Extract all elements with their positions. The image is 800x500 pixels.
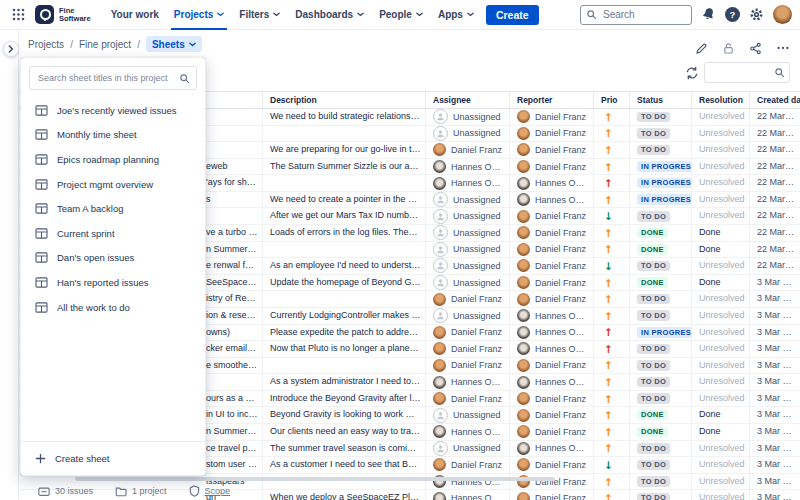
column-header-status[interactable]: Status xyxy=(629,92,691,108)
panel-spacer xyxy=(21,319,205,441)
assignee-avatar xyxy=(433,308,448,323)
create-button[interactable]: Create xyxy=(486,5,539,25)
breadcrumb-projects[interactable]: Projects xyxy=(28,39,64,50)
sheet-list-item[interactable]: Project mgmt overview xyxy=(21,172,205,197)
assignee-avatar xyxy=(433,458,446,471)
resolution-cell: Unresolved xyxy=(691,175,749,191)
assignee-cell: Unassigned xyxy=(425,208,509,224)
reporter-avatar xyxy=(517,226,530,239)
assignee-cell: Unassigned xyxy=(425,192,509,208)
sheet-search-input[interactable] xyxy=(29,66,197,90)
refresh-icon[interactable] xyxy=(685,66,699,80)
priority-arrow-icon: ↑ xyxy=(604,177,613,189)
resolution-cell: Unresolved xyxy=(691,474,749,490)
assignee-cell: Daniel Franz xyxy=(425,457,509,473)
app-logo[interactable]: Fine Software xyxy=(35,5,91,24)
sheet-list-item[interactable]: Joe's recently viewed issues xyxy=(21,98,205,123)
more-ellipsis-icon[interactable] xyxy=(776,41,790,55)
sheet-list-item[interactable]: Team A backlog xyxy=(21,196,205,221)
assignee-cell: Unassigned xyxy=(425,225,509,241)
reporter-cell: Daniel Franz xyxy=(509,159,593,175)
lock-icon[interactable] xyxy=(722,42,735,55)
reporter-cell: Daniel Franz xyxy=(509,407,593,423)
assignee-cell: Unassigned xyxy=(425,441,509,457)
created-cell: 3 Mar 2023 xyxy=(749,341,800,357)
nav-item-people[interactable]: People xyxy=(379,0,423,30)
description-cell: As a system administrator I need to revi… xyxy=(262,374,425,390)
priority-arrow-icon: ↑ xyxy=(604,426,613,438)
notifications-bell-icon[interactable] xyxy=(701,7,716,22)
column-header-description[interactable]: Description xyxy=(262,92,425,108)
reporter-cell: Hannes Obweger xyxy=(509,175,593,191)
app-switcher-icon[interactable] xyxy=(12,8,25,21)
reporter-avatar xyxy=(517,143,530,156)
assignee-cell: Hannes Obweger xyxy=(425,424,509,440)
created-cell: 22 Mar 2023 xyxy=(749,175,800,191)
column-header-prio[interactable]: Prio xyxy=(593,92,629,108)
reporter-avatar xyxy=(517,392,530,405)
status-cell: DONE xyxy=(629,275,691,291)
assignee-avatar xyxy=(433,209,448,224)
assignee-cell: Daniel Franz xyxy=(425,391,509,407)
resolution-cell: Unresolved xyxy=(691,208,749,224)
sheet-table-icon xyxy=(35,228,48,239)
sidebar-expand-button[interactable] xyxy=(3,41,19,57)
status-badge: TO DO xyxy=(637,377,670,388)
priority-cell: ↓ xyxy=(593,457,629,473)
sheet-list-item[interactable]: Dan's open issues xyxy=(21,246,205,271)
priority-cell: ↑ xyxy=(593,308,629,324)
priority-cell: ↑ xyxy=(593,175,629,191)
sheet-list-item[interactable]: Epics roadmap planning xyxy=(21,147,205,172)
column-header-resolution[interactable]: Resolution xyxy=(691,92,749,108)
reporter-cell: Daniel Franz xyxy=(509,358,593,374)
priority-cell: ↑ xyxy=(593,391,629,407)
assignee-avatar xyxy=(433,441,448,456)
reporter-cell: Hannes Obweger xyxy=(509,441,593,457)
status-badge: TO DO xyxy=(637,261,670,272)
sheets-dropdown-trigger[interactable]: Sheets xyxy=(146,36,202,52)
assignee-avatar xyxy=(433,143,446,156)
resolution-cell: Unresolved xyxy=(691,109,749,125)
priority-arrow-icon: ↑ xyxy=(604,243,613,255)
assignee-avatar xyxy=(433,177,446,190)
breadcrumb-fine-project[interactable]: Fine project xyxy=(79,39,131,50)
sheet-list-item[interactable]: All the work to do xyxy=(21,295,205,320)
status-cell: IN PROGRESS xyxy=(629,159,691,175)
priority-arrow-icon: ↑ xyxy=(604,492,613,500)
sheet-table-icon xyxy=(35,203,48,214)
column-header-created[interactable]: Created date xyxy=(749,92,800,108)
sheet-list-item[interactable]: Han's reported issues xyxy=(21,270,205,295)
share-icon[interactable] xyxy=(749,42,762,55)
sheet-list-item[interactable]: Monthly time sheet xyxy=(21,123,205,148)
scope-link[interactable]: Scope xyxy=(189,485,231,497)
edit-pencil-icon[interactable] xyxy=(695,42,708,55)
settings-gear-icon[interactable] xyxy=(749,7,764,22)
create-sheet-button[interactable]: Create sheet xyxy=(21,441,205,475)
nav-item-apps[interactable]: Apps xyxy=(438,0,474,30)
created-cell: 3 Mar 2023 xyxy=(749,424,800,440)
description-cell: Introduce the Beyond Gravity after launc… xyxy=(262,391,425,407)
priority-arrow-icon: ↑ xyxy=(604,376,613,388)
assignee-cell: Daniel Franz xyxy=(425,291,509,307)
horizontal-scrollbar-thumb[interactable] xyxy=(75,477,555,481)
description-cell xyxy=(262,242,425,258)
created-cell: 3 Mar 2023 xyxy=(749,457,800,473)
priority-arrow-icon: ↑ xyxy=(604,393,613,405)
column-header-reporter[interactable]: Reporter xyxy=(509,92,593,108)
resolution-cell: Done xyxy=(691,242,749,258)
description-cell: Loads of errors in the log files. They s… xyxy=(262,225,425,241)
created-cell: 22 Mar 2023 xyxy=(749,126,800,142)
help-icon[interactable]: ? xyxy=(725,7,740,22)
nav-item-filters[interactable]: Filters xyxy=(239,0,280,30)
nav-item-projects[interactable]: Projects xyxy=(174,0,224,30)
assignee-cell: Hannes Obweger xyxy=(425,490,509,500)
created-cell: 3 Mar 2023 xyxy=(749,325,800,341)
nav-item-dashboards[interactable]: Dashboards xyxy=(295,0,364,30)
nav-item-your-work[interactable]: Your work xyxy=(111,0,159,30)
project-count: 1 project xyxy=(115,486,167,497)
column-header-assignee[interactable]: Assignee xyxy=(425,92,509,108)
sheet-list-item[interactable]: Current sprint xyxy=(21,221,205,246)
sheets-dropdown-label: Sheets xyxy=(152,39,185,50)
description-cell: The Saturn Summer Sizzle is our annual s… xyxy=(262,159,425,175)
user-avatar[interactable] xyxy=(773,5,792,24)
